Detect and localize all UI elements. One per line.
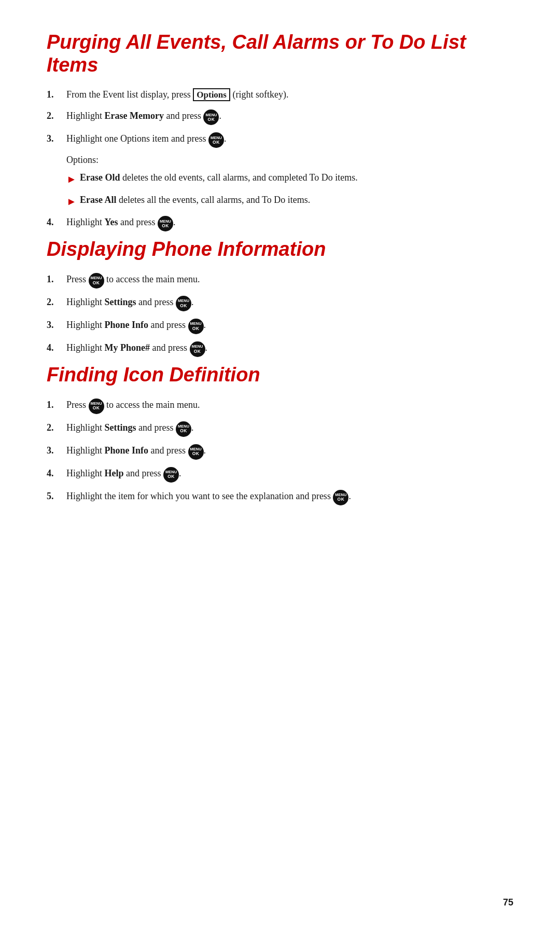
bullet-arrow-icon: ►: [66, 194, 80, 209]
bullet-arrow-icon: ►: [66, 171, 80, 187]
step-content: Highlight Settings and press MENUOK.: [66, 295, 513, 311]
step-content: Highlight the item for which you want to…: [66, 489, 513, 505]
step-bold-text: Help: [105, 468, 124, 478]
step-bold-text: Phone Info: [105, 320, 149, 330]
list-item: 5. Highlight the item for which you want…: [47, 489, 513, 505]
menu-ok-button-icon: MENUOK: [208, 132, 224, 148]
step-number: 3.: [47, 444, 66, 458]
displaying-steps-list: 1. Press MENUOK to access the main menu.…: [47, 272, 513, 356]
purging-last-step-list: 4. Highlight Yes and press MENUOK.: [47, 215, 513, 231]
options-key-label: Options: [193, 88, 230, 101]
section-title-finding: Finding Icon Definition: [47, 364, 513, 387]
section-title-purging: Purging All Events, Call Alarms or To Do…: [47, 31, 513, 76]
step-number: 1.: [47, 272, 66, 286]
finding-steps-list: 1. Press MENUOK to access the main menu.…: [47, 398, 513, 505]
step-number: 1.: [47, 88, 66, 102]
step-content: Highlight Phone Info and press MENUOK.: [66, 444, 513, 459]
section-title-displaying: Displaying Phone Information: [47, 238, 513, 261]
list-item: 2. Highlight Erase Memory and press MENU…: [47, 109, 513, 125]
bullet-content: Erase All deletes all the events, call a…: [80, 193, 310, 207]
menu-ok-button-icon: MENUOK: [333, 490, 348, 505]
bullet-item: ► Erase All deletes all the events, call…: [66, 193, 513, 209]
list-item: 3. Highlight one Options item and press …: [47, 132, 513, 147]
menu-ok-button-icon: MENUOK: [190, 341, 205, 357]
step-number: 4.: [47, 341, 66, 355]
bullet-bold: Erase All: [80, 195, 117, 205]
list-item: 4. Highlight Help and press MENUOK.: [47, 466, 513, 482]
section-displaying: Displaying Phone Information 1. Press ME…: [47, 238, 513, 356]
menu-ok-button-icon: MENUOK: [176, 421, 191, 437]
menu-ok-button-icon: MENUOK: [158, 216, 173, 231]
purging-steps-list: 1. From the Event list display, press Op…: [47, 88, 513, 147]
bullet-content: Erase Old deletes the old events, call a…: [80, 171, 358, 185]
section-purging: Purging All Events, Call Alarms or To Do…: [47, 31, 513, 231]
step-bold-text: Yes: [105, 217, 118, 228]
options-label: Options:: [66, 155, 513, 166]
step-number: 4.: [47, 215, 66, 229]
step-number: 5.: [47, 489, 66, 503]
step-number: 3.: [47, 318, 66, 332]
bullet-bold: Erase Old: [80, 172, 120, 183]
menu-ok-button-icon: MENUOK: [188, 319, 204, 334]
step-number: 4.: [47, 466, 66, 480]
step-number: 1.: [47, 398, 66, 412]
section-finding: Finding Icon Definition 1. Press MENUOK …: [47, 364, 513, 505]
list-item: 2. Highlight Settings and press MENUOK.: [47, 421, 513, 436]
step-content: Highlight Phone Info and press MENUOK.: [66, 318, 513, 334]
step-number: 2.: [47, 421, 66, 435]
list-item: 1. Press MENUOK to access the main menu.: [47, 398, 513, 414]
menu-ok-button-icon: MENUOK: [188, 444, 204, 460]
step-content: Press MENUOK to access the main menu.: [66, 272, 513, 288]
step-content: Highlight My Phone# and press MENUOK.: [66, 341, 513, 356]
step-bold-text: Erase Memory: [105, 111, 164, 121]
step-content: From the Event list display, press Optio…: [66, 88, 513, 102]
menu-ok-button-icon: MENUOK: [176, 296, 191, 311]
menu-ok-button-icon: MENUOK: [89, 399, 104, 414]
step-number: 3.: [47, 132, 66, 146]
list-item: 1. Press MENUOK to access the main menu.: [47, 272, 513, 288]
step-content: Highlight Erase Memory and press MENUOK.: [66, 109, 513, 125]
list-item: 3. Highlight Phone Info and press MENUOK…: [47, 444, 513, 459]
page-number: 75: [503, 897, 513, 908]
bullet-list: ► Erase Old deletes the old events, call…: [66, 171, 513, 209]
list-item: 4. Highlight My Phone# and press MENUOK.: [47, 341, 513, 356]
list-item: 3. Highlight Phone Info and press MENUOK…: [47, 318, 513, 334]
list-item: 2. Highlight Settings and press MENUOK.: [47, 295, 513, 311]
step-content: Highlight Help and press MENUOK.: [66, 466, 513, 482]
step-number: 2.: [47, 295, 66, 309]
step-bold-text: Phone Info: [105, 445, 149, 456]
step-content: Press MENUOK to access the main menu.: [66, 398, 513, 414]
step-bold-text: Settings: [105, 297, 136, 307]
step-bold-text: Settings: [105, 422, 136, 433]
list-item: 4. Highlight Yes and press MENUOK.: [47, 215, 513, 231]
step-number: 2.: [47, 109, 66, 123]
list-item: 1. From the Event list display, press Op…: [47, 88, 513, 102]
step-bold-text: My Phone#: [105, 342, 150, 353]
step-content: Highlight Yes and press MENUOK.: [66, 215, 513, 231]
menu-ok-button-icon: MENUOK: [89, 273, 104, 289]
step-content: Highlight one Options item and press MEN…: [66, 132, 513, 147]
menu-ok-button-icon: MENUOK: [203, 109, 219, 125]
bullet-item: ► Erase Old deletes the old events, call…: [66, 171, 513, 187]
step-content: Highlight Settings and press MENUOK.: [66, 421, 513, 436]
menu-ok-button-icon: MENUOK: [163, 467, 179, 483]
